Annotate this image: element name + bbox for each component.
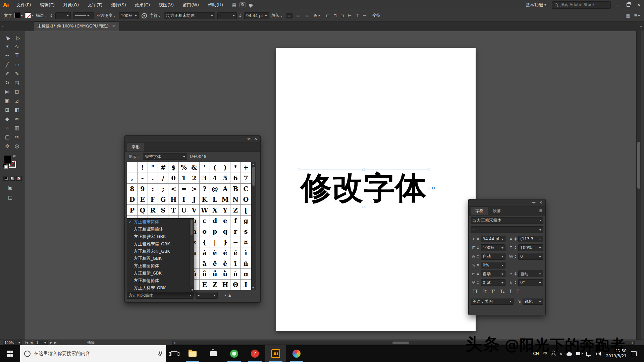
- dropdown-scrollbar-thumb[interactable]: [191, 220, 193, 235]
- glyph-cell[interactable]: Ι: [241, 280, 251, 290]
- glyphs-font-dropdown[interactable]: 方正粗宋简体: [127, 292, 194, 299]
- type-tool[interactable]: T: [15, 53, 18, 58]
- selection-handle[interactable]: [428, 206, 430, 208]
- menu-item[interactable]: 选择(S): [107, 0, 130, 10]
- glyph-cell[interactable]: C: [241, 184, 251, 194]
- stepper[interactable]: [477, 245, 479, 250]
- menu-item[interactable]: 文件(F): [12, 0, 36, 10]
- font-style-dropdown[interactable]: –: [217, 12, 237, 19]
- font-option[interactable]: 方正粗倩_GBK: [127, 270, 194, 277]
- glyph-cell[interactable]: c: [200, 216, 210, 226]
- panel-close-icon[interactable]: ✕: [254, 137, 257, 141]
- screen-mode-icon[interactable]: ◱: [8, 195, 12, 200]
- panel-menu-icon[interactable]: ≣: [539, 208, 542, 213]
- panel-collapse-icon[interactable]: ◂◂: [532, 200, 535, 204]
- align-objects-bottom-icon[interactable]: ⊣: [362, 13, 367, 18]
- menu-item[interactable]: 对象(O): [59, 0, 83, 10]
- menu-item[interactable]: 效果(C): [130, 0, 154, 10]
- glyph-cell[interactable]: 5: [220, 173, 230, 184]
- symbol-sprayer-tool[interactable]: ≋: [5, 126, 9, 131]
- rectangle-tool[interactable]: ▭: [14, 62, 19, 67]
- selection-tool[interactable]: ▲: [4, 35, 10, 41]
- font-family-dropdown[interactable]: 方正粗宋简体: [164, 12, 215, 19]
- glyph-cell[interactable]: ē: [210, 258, 220, 269]
- hand-tool[interactable]: ✥: [5, 144, 9, 149]
- glyph-cell[interactable]: ě: [220, 258, 230, 269]
- arrange-documents-icon[interactable]: ▦: [232, 2, 236, 7]
- glyph-cell[interactable]: ā: [200, 258, 210, 269]
- menu-item[interactable]: 文字(T): [83, 0, 107, 10]
- underline-button[interactable]: T: [509, 289, 512, 294]
- gradient-tool[interactable]: ◧: [14, 108, 19, 113]
- character-panel-titlebar[interactable]: ◂◂ ✕: [469, 199, 545, 206]
- selection-handle[interactable]: [363, 206, 365, 208]
- glyph-cell[interactable]: á: [200, 247, 210, 258]
- stroke-color-swatch[interactable]: [25, 13, 34, 18]
- glyph-cell[interactable]: }: [220, 237, 230, 248]
- task-view-button[interactable]: [166, 345, 182, 362]
- glyph-zoom-in-icon[interactable]: ▲: [228, 293, 231, 297]
- selection-handle[interactable]: [298, 169, 300, 171]
- workspace-switcher[interactable]: 基本功能: [526, 2, 546, 8]
- gpu-performance-icon[interactable]: [249, 2, 256, 8]
- dock-collapse-icon[interactable]: «: [638, 24, 644, 28]
- tab-glyphs[interactable]: 字形: [127, 143, 144, 152]
- scroll-right-icon[interactable]: ▶: [632, 342, 634, 344]
- glyph-cell[interactable]: ,: [127, 173, 138, 184]
- drawing-modes-icon[interactable]: ▣: [8, 185, 12, 190]
- align-center-button[interactable]: ≡: [295, 13, 302, 18]
- glyph-cell[interactable]: 1: [179, 173, 189, 184]
- default-stroke-chip[interactable]: [4, 165, 8, 169]
- font-size-field[interactable]: T 94.44 pt: [471, 236, 505, 242]
- glyph-cell[interactable]: Y: [220, 205, 230, 216]
- panel-close-icon[interactable]: ✕: [539, 200, 542, 205]
- glyph-cell[interactable]: ê: [230, 247, 241, 258]
- leading-field[interactable]: A (113.3: [508, 236, 543, 242]
- menu-item[interactable]: 编辑(E): [36, 0, 59, 10]
- opacity-field[interactable]: 100%: [119, 12, 139, 19]
- all-caps-button[interactable]: TT: [473, 289, 478, 294]
- font-option[interactable]: 方正粗宋简体: [127, 219, 194, 226]
- glyph-cell[interactable]: é: [220, 247, 230, 258]
- stepper[interactable]: [477, 280, 479, 285]
- glyph-cell[interactable]: ~: [230, 237, 241, 248]
- menu-item[interactable]: 帮助(H): [203, 0, 227, 10]
- glyph-cell[interactable]: H: [168, 194, 179, 205]
- slice-tool[interactable]: ✂: [15, 135, 19, 140]
- microphone-icon[interactable]: [158, 351, 162, 357]
- align-objects-left-icon[interactable]: ⊏: [325, 13, 330, 18]
- glyph-cell[interactable]: >: [189, 184, 200, 194]
- stepper[interactable]: [477, 254, 479, 259]
- glyphs-panel-titlebar[interactable]: ◂◂ ✕: [125, 136, 260, 143]
- glyph-cell[interactable]: ǜ: [220, 269, 230, 280]
- glyph-cell[interactable]: *: [230, 162, 241, 173]
- glyph-cell[interactable]: o: [200, 226, 210, 237]
- glyph-cell[interactable]: A: [220, 184, 230, 194]
- glyph-cell[interactable]: ì: [241, 247, 251, 258]
- envelope-options-button[interactable]: ⊕: [313, 13, 320, 18]
- selection-handle[interactable]: [298, 206, 300, 208]
- glyph-cell[interactable]: ': [200, 162, 210, 173]
- tab-character[interactable]: 字符: [471, 206, 488, 215]
- gradient-button[interactable]: [10, 176, 15, 181]
- glyph-cell[interactable]: N: [230, 194, 241, 205]
- tab-paragraph[interactable]: 段落: [488, 206, 505, 215]
- selection-handle[interactable]: [363, 169, 365, 171]
- stepper[interactable]: [477, 262, 479, 268]
- control-panel-menu[interactable]: ≣: [634, 13, 640, 18]
- panel-dock-icon[interactable]: ▦: [626, 13, 630, 18]
- glyph-cell[interactable]: /: [158, 173, 168, 184]
- glyph-cell[interactable]: X: [210, 205, 220, 216]
- language-dropdown[interactable]: 英语：美国: [471, 298, 514, 305]
- scale-tool[interactable]: ◳: [14, 80, 19, 85]
- align-objects-hcenter-icon[interactable]: ⊓: [333, 13, 337, 18]
- small-caps-button[interactable]: Tr: [483, 289, 486, 294]
- mesh-tool[interactable]: ⊞: [5, 108, 9, 113]
- glyph-cell[interactable]: [127, 162, 138, 173]
- glyph-cell[interactable]: ń: [241, 258, 251, 269]
- glyph-cell[interactable]: S: [158, 205, 168, 216]
- glyph-cell[interactable]: L: [210, 194, 220, 205]
- glyph-cell[interactable]: ¤: [241, 237, 251, 248]
- artboard-tool[interactable]: ▢: [5, 135, 9, 140]
- glyph-cell[interactable]: +: [241, 162, 251, 173]
